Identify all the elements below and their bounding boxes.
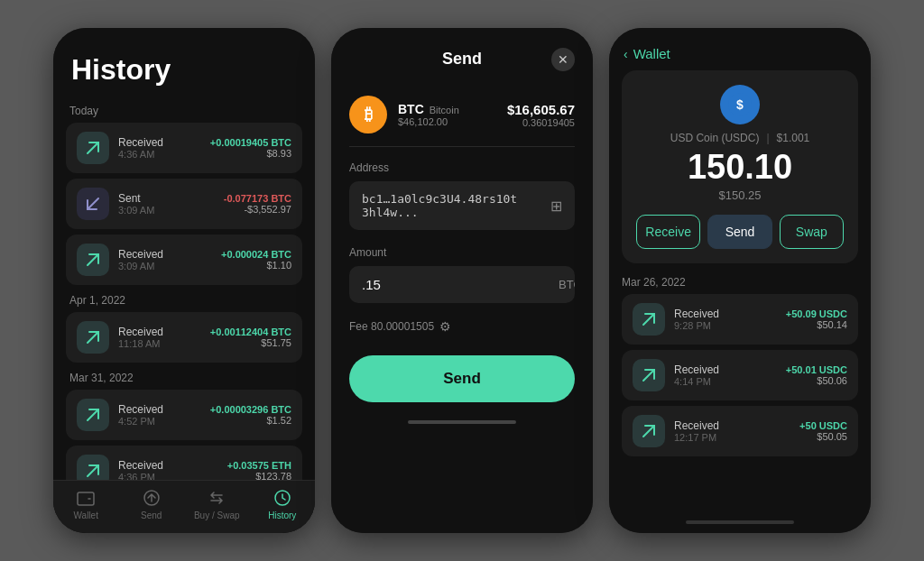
nav-history-label: History	[268, 510, 296, 520]
history-header: History	[53, 28, 315, 96]
wallet-content: $ USD Coin (USDC) | $1.001 150.10 $150.2…	[609, 70, 871, 513]
usdc-tx-time-2: 4:14 PM	[674, 376, 786, 387]
coin-btc-value: 0.36019405	[507, 117, 575, 128]
tx-out-icon-1	[77, 188, 109, 220]
tx-crypto-2: -0.077173 BTC	[224, 193, 291, 204]
usdc-tx-1[interactable]: Received 9:28 PM +50.09 USDC $50.14	[622, 294, 858, 345]
send-phone: Send ✕ ₿ BTC Bitcoin $46,102.00 $16,605.…	[331, 28, 593, 533]
tx-in-icon-2	[77, 244, 109, 276]
coin-row: ₿ BTC Bitcoin $46,102.00 $16,605.67 0.36…	[349, 83, 575, 147]
tx-in-icon-4	[77, 399, 109, 431]
tx-type-5: Received	[118, 403, 210, 416]
home-indicator-3	[686, 520, 794, 524]
tx-sent-1[interactable]: Sent 3:09 AM -0.077173 BTC -$3,552.97	[66, 179, 302, 229]
amount-btc-input[interactable]	[349, 266, 546, 303]
back-chevron-icon: ‹	[624, 47, 628, 61]
tx-crypto-5: +0.00003296 BTC	[210, 404, 291, 415]
tx-time-6: 4:36 PM	[118, 472, 227, 480]
nav-wallet-label: Wallet	[74, 510, 98, 520]
nav-wallet[interactable]: Wallet	[53, 488, 119, 520]
usdc-tx-icon-2	[633, 359, 665, 391]
usdc-price: $1.001	[777, 132, 810, 144]
tx-usd-4: $51.75	[210, 337, 291, 348]
tx-type-6: Received	[118, 459, 227, 472]
btc-icon: ₿	[349, 96, 387, 133]
tx-received-3[interactable]: Received 11:18 AM +0.00112404 BTC $51.75	[66, 312, 302, 363]
usdc-usd: $150.25	[719, 189, 762, 202]
history-title: History	[71, 53, 297, 87]
tx-usd-2: -$3,552.97	[224, 204, 291, 215]
amount-curr-label: BTC	[546, 266, 575, 303]
svg-rect-0	[78, 492, 94, 505]
usdc-name: USD Coin (USDC)	[670, 132, 760, 144]
home-indicator	[408, 420, 516, 424]
tx-received-5[interactable]: Received 4:36 PM +0.03575 ETH $123.78	[66, 446, 302, 480]
svg-text:$: $	[736, 97, 744, 112]
usdc-tx-crypto-2: +50.01 USDC	[786, 364, 847, 375]
nav-send[interactable]: Send	[119, 488, 185, 520]
usdc-tx-type-3: Received	[674, 419, 799, 432]
date-mar31: Mar 31, 2022	[66, 372, 302, 384]
date-apr1: Apr 1, 2022	[66, 294, 302, 307]
usdc-tx-3[interactable]: Received 12:17 PM +50 USDC $50.05	[622, 406, 858, 456]
usdc-tx-usd-2: $50.06	[786, 375, 847, 386]
receive-button[interactable]: Receive	[636, 215, 700, 249]
amount-label: Amount	[349, 246, 575, 259]
nav-send-label: Send	[141, 510, 162, 520]
send-content: ₿ BTC Bitcoin $46,102.00 $16,605.67 0.36…	[331, 83, 593, 533]
tx-in-icon-5	[77, 455, 109, 480]
coin-market-price: $46,102.00	[398, 116, 459, 127]
usdc-tx-type-1: Received	[674, 308, 786, 320]
fee-gear-icon[interactable]: ⚙	[439, 319, 451, 334]
qr-icon[interactable]: ⊞	[550, 198, 562, 215]
tx-in-icon-1	[77, 132, 109, 164]
usdc-tx-usd-1: $50.14	[786, 319, 847, 330]
tx-time-4: 11:18 AM	[118, 338, 210, 349]
tx-received-1[interactable]: Received 4:36 AM +0.00019405 BTC $8.93	[66, 123, 302, 173]
tx-usd-6: $123.78	[227, 471, 291, 480]
tx-type-4: Received	[118, 326, 210, 338]
tx-type-3: Received	[118, 248, 221, 261]
bottom-navigation: Wallet Send Buy / Swap History	[53, 480, 315, 533]
usdc-balance: 150.10	[688, 148, 792, 187]
tx-usd-1: $8.93	[210, 148, 291, 159]
tx-received-2[interactable]: Received 3:09 AM +0.000024 BTC $1.10	[66, 235, 302, 285]
send-button[interactable]: Send	[349, 355, 575, 402]
tx-usd-5: $1.52	[210, 415, 291, 426]
coin-usd-value: $16,605.67	[507, 102, 575, 117]
coin-fullname: Bitcoin	[430, 105, 459, 115]
close-button[interactable]: ✕	[551, 48, 575, 71]
send-action-button[interactable]: Send	[707, 215, 772, 249]
tx-crypto-6: +0.03575 ETH	[227, 460, 291, 471]
tx-crypto-4: +0.00112404 BTC	[210, 326, 291, 337]
wallet-nav: ‹ Wallet	[609, 28, 871, 70]
tx-usd-3: $1.10	[221, 260, 291, 271]
tx-crypto-3: +0.000024 BTC	[221, 249, 291, 260]
usdc-tx-icon-1	[633, 303, 665, 336]
back-label[interactable]: Wallet	[633, 46, 670, 61]
swap-button[interactable]: Swap	[780, 215, 844, 249]
coin-symbol: BTC	[398, 102, 424, 116]
usdc-tx-icon-3	[633, 415, 665, 447]
address-field[interactable]: bc1…1a0lc9c3U4.48rs10t 3hl4w... ⊞	[349, 181, 575, 230]
wallet-phone: ‹ Wallet $ USD Coin (USDC) | $1.001 150.…	[609, 28, 871, 533]
tx-time-3: 3:09 AM	[118, 261, 221, 271]
address-label: Address	[349, 161, 575, 174]
send-title: Send	[442, 50, 482, 69]
amount-row: BTC 6915.30 USD	[349, 266, 575, 303]
usdc-tx-2[interactable]: Received 4:14 PM +50.01 USDC $50.06	[622, 350, 858, 400]
usdc-tx-crypto-1: +50.09 USDC	[786, 308, 847, 319]
usdc-tx-crypto-3: +50 USDC	[799, 420, 847, 431]
nav-buyswap[interactable]: Buy / Swap	[184, 488, 250, 520]
tx-received-4[interactable]: Received 4:52 PM +0.00003296 BTC $1.52	[66, 390, 302, 440]
wallet-date: Mar 26, 2022	[622, 276, 858, 289]
tx-time-5: 4:52 PM	[118, 416, 210, 427]
history-phone: History Today Received 4:36 AM +0.000194…	[53, 28, 315, 533]
tx-type-2: Sent	[118, 192, 224, 205]
history-content: Today Received 4:36 AM +0.00019405 BTC $…	[53, 96, 315, 480]
tx-type-1: Received	[118, 136, 210, 149]
usdc-tx-time-1: 9:28 PM	[674, 320, 786, 331]
tx-crypto-1: +0.00019405 BTC	[210, 137, 291, 148]
usdc-tx-time-3: 12:17 PM	[674, 432, 799, 443]
nav-history[interactable]: History	[250, 488, 316, 520]
